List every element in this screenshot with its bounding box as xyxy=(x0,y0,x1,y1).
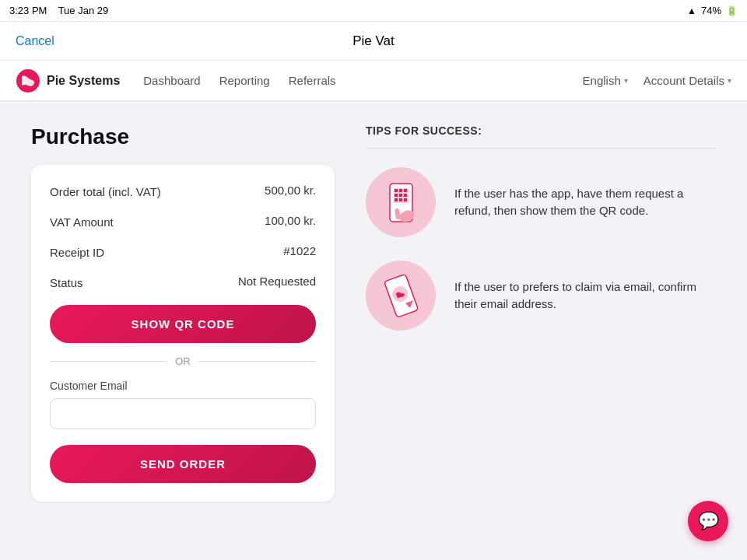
status-time: 3:23 PM Tue Jan 29 xyxy=(9,5,108,16)
date-label: Tue Jan 29 xyxy=(58,5,109,16)
language-chevron-icon: ▾ xyxy=(624,76,628,85)
tips-title: TIPS FOR SUCCESS: xyxy=(366,124,716,137)
account-details-dropdown[interactable]: Account Details ▾ xyxy=(644,74,731,87)
email-label: Customer Email xyxy=(50,380,316,392)
svg-rect-4 xyxy=(399,189,402,192)
nav-right: English ▾ Account Details ▾ xyxy=(583,74,731,87)
or-label: OR xyxy=(175,355,191,367)
order-total-row: Order total (incl. VAT) 500,00 kr. xyxy=(50,184,316,200)
status-value: Not Requested xyxy=(238,275,316,288)
svg-rect-11 xyxy=(404,198,407,201)
page-title: Purchase xyxy=(31,124,335,149)
battery-icon: 🔋 xyxy=(726,5,738,16)
svg-rect-10 xyxy=(399,198,402,201)
svg-rect-5 xyxy=(404,189,407,192)
battery-label: 74% xyxy=(701,5,721,16)
or-divider: OR xyxy=(50,355,316,367)
svg-rect-8 xyxy=(404,194,407,197)
account-details-chevron-icon: ▾ xyxy=(728,76,731,85)
tips-section: TIPS FOR SUCCESS: xyxy=(366,124,716,502)
vat-row: VAT Amount 100,00 kr. xyxy=(50,214,316,230)
receipt-id-value: #1022 xyxy=(283,244,316,257)
or-line-left xyxy=(50,361,167,362)
vat-value: 100,00 kr. xyxy=(265,214,316,227)
tips-divider xyxy=(366,148,716,149)
tip-item-1: If the user has the app, have them reque… xyxy=(366,167,716,237)
vat-label: VAT Amount xyxy=(50,214,114,230)
tip-text-1: If the user has the app, have them reque… xyxy=(454,185,716,220)
order-total-value: 500,00 kr. xyxy=(265,184,316,197)
brand: Pie Systems xyxy=(16,68,120,93)
chat-icon: 💬 xyxy=(698,511,719,531)
language-dropdown[interactable]: English ▾ xyxy=(583,74,628,87)
nav-reporting[interactable]: Reporting xyxy=(219,74,270,87)
status-row: Status Not Requested xyxy=(50,275,316,291)
tip-item-2: If the user to prefers to claim via emai… xyxy=(366,261,716,331)
receipt-id-label: Receipt ID xyxy=(50,244,104,261)
svg-rect-9 xyxy=(395,198,398,201)
wifi-icon: ▲ xyxy=(687,5,696,16)
account-details-label: Account Details xyxy=(644,74,724,87)
time-label: 3:23 PM xyxy=(9,5,47,16)
brand-name: Pie Systems xyxy=(47,74,120,88)
or-line-right xyxy=(198,361,316,362)
status-label: Status xyxy=(50,275,83,291)
email-input[interactable] xyxy=(50,398,316,429)
svg-rect-6 xyxy=(395,194,398,197)
tip-text-2: If the user to prefers to claim via emai… xyxy=(454,278,716,313)
svg-rect-3 xyxy=(395,189,398,192)
action-bar-title: Pie Vat xyxy=(352,33,395,49)
svg-rect-7 xyxy=(399,194,402,197)
send-order-button[interactable]: SEND ORDER xyxy=(50,445,316,483)
receipt-id-row: Receipt ID #1022 xyxy=(50,244,316,261)
email-phone-svg xyxy=(376,271,426,321)
main-content: Purchase Order total (incl. VAT) 500,00 … xyxy=(0,101,747,525)
navbar: Pie Systems Dashboard Reporting Referral… xyxy=(0,61,747,101)
tip-qr-icon xyxy=(366,167,436,237)
nav-referrals[interactable]: Referrals xyxy=(289,74,336,87)
tip-email-icon xyxy=(366,261,436,331)
cancel-button[interactable]: Cancel xyxy=(16,34,54,48)
chat-bubble-button[interactable]: 💬 xyxy=(688,501,728,541)
language-label: English xyxy=(583,74,621,87)
action-bar: Cancel Pie Vat xyxy=(0,22,747,61)
status-indicators: ▲ 74% 🔋 xyxy=(687,5,738,16)
brand-logo-icon xyxy=(16,68,40,93)
nav-dashboard[interactable]: Dashboard xyxy=(143,74,200,87)
status-bar: 3:23 PM Tue Jan 29 ▲ 74% 🔋 xyxy=(0,0,747,22)
order-total-label: Order total (incl. VAT) xyxy=(50,184,161,200)
purchase-card: Order total (incl. VAT) 500,00 kr. VAT A… xyxy=(31,165,335,502)
qr-phone-svg xyxy=(376,177,426,228)
show-qr-code-button[interactable]: SHOW QR CODE xyxy=(50,305,316,343)
left-column: Purchase Order total (incl. VAT) 500,00 … xyxy=(31,124,335,502)
nav-links: Dashboard Reporting Referrals xyxy=(143,74,582,87)
